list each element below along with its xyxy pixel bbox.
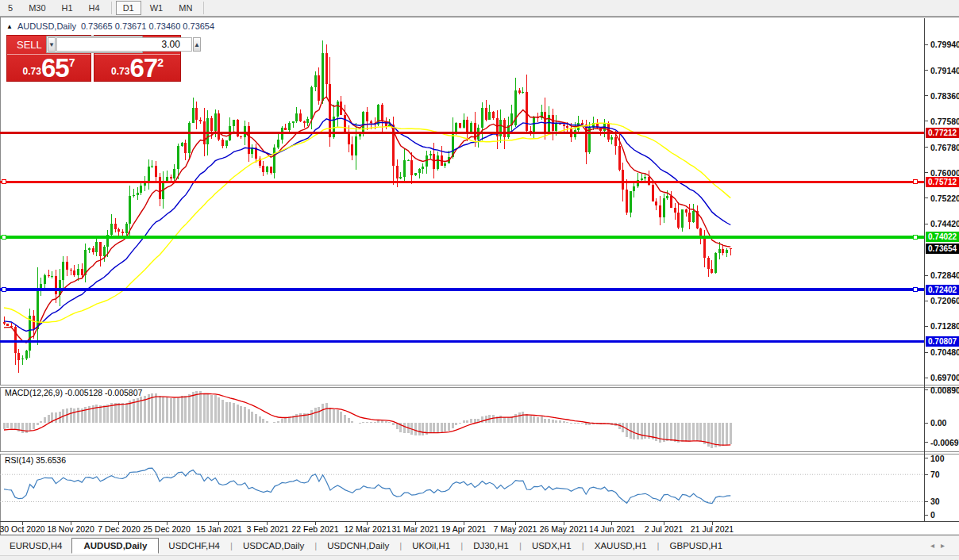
tab-usdcnh-daily[interactable]: USDCNH,Daily bbox=[318, 539, 399, 553]
tab-usdchf-h4[interactable]: USDCHF,H4 bbox=[159, 539, 229, 553]
volume-input[interactable] bbox=[56, 37, 192, 52]
tab-usdcad-daily[interactable]: USDCAD,Daily bbox=[233, 539, 314, 553]
timeframe-button-w1[interactable]: W1 bbox=[143, 1, 171, 15]
timeframe-button-5[interactable]: 5 bbox=[1, 1, 20, 15]
timeframe-button-m30[interactable]: M30 bbox=[21, 1, 52, 15]
buy-price[interactable]: 0.73 67 2 bbox=[94, 55, 180, 82]
toolbar-separator bbox=[203, 2, 204, 14]
timeframe-button-h4[interactable]: H4 bbox=[82, 1, 107, 15]
one-click-trading-panel: SELL 0.73 65 7 BUY 0.73 67 2 ▼ bbox=[6, 35, 181, 82]
chart-area[interactable] bbox=[0, 17, 959, 535]
chart-tab-bar: EURUSD,H4AUDUSD,DailyUSDCHF,H4|USDCAD,Da… bbox=[0, 535, 959, 555]
timeframe-toolbar: 5M30H1H4D1W1MN bbox=[0, 0, 959, 17]
tab-scroll-arrows[interactable]: ◂▸ bbox=[930, 541, 951, 550]
sell-price[interactable]: 0.73 65 7 bbox=[7, 55, 91, 82]
tab-usdx-h1[interactable]: USDX,H1 bbox=[522, 539, 581, 553]
tab-eurusd-h4[interactable]: EURUSD,H4 bbox=[0, 539, 71, 553]
volume-spinner: ▼ ▲ bbox=[46, 36, 143, 53]
timeframe-button-mn[interactable]: MN bbox=[171, 1, 199, 15]
tab-dj30-h1[interactable]: DJ30,H1 bbox=[464, 539, 518, 553]
sell-button[interactable]: SELL bbox=[17, 39, 42, 51]
timeframe-button-d1[interactable]: D1 bbox=[116, 1, 141, 15]
toolbar-separator bbox=[111, 2, 112, 14]
mt4-window: 5M30H1H4D1W1MN ▲ AUDUSD,Daily 0.73665 0.… bbox=[0, 0, 959, 560]
status-strip bbox=[0, 555, 959, 560]
tab-xauusd-h1[interactable]: XAUUSD,H1 bbox=[585, 539, 657, 553]
volume-increase-button[interactable]: ▲ bbox=[193, 37, 201, 52]
tab-gbpusd-h1[interactable]: GBPUSD,H1 bbox=[661, 539, 732, 553]
timeframe-button-h1[interactable]: H1 bbox=[55, 1, 80, 15]
volume-decrease-button[interactable]: ▼ bbox=[48, 37, 56, 52]
tab-ukoil-h1[interactable]: UKOil,H1 bbox=[402, 539, 460, 553]
tab-audusd-daily[interactable]: AUDUSD,Daily bbox=[71, 538, 159, 554]
